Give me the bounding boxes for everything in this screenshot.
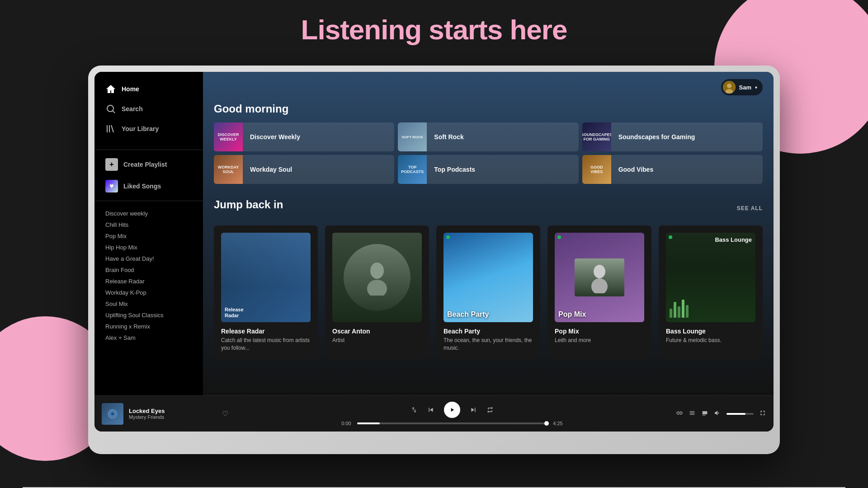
sidebar-item-search[interactable]: Search xyxy=(98,99,199,119)
library-label: Your Library xyxy=(122,125,159,132)
player-right-controls xyxy=(676,409,766,418)
playlist-item[interactable]: Discover weekly xyxy=(105,208,192,219)
workday-soul-name: Workday Soul xyxy=(243,166,299,173)
sidebar-item-library[interactable]: Your Library xyxy=(98,119,199,139)
see-all-button[interactable]: SEE ALL xyxy=(737,205,763,211)
sidebar-nav: Home Search xyxy=(94,79,203,139)
create-playlist-label: Create Playlist xyxy=(123,161,167,168)
play-pause-button[interactable] xyxy=(444,402,460,418)
time-current: 0:00 xyxy=(339,421,354,426)
chevron-down-icon: ▾ xyxy=(755,85,757,90)
top-bar: Sam ▾ xyxy=(203,72,774,103)
svg-point-8 xyxy=(367,280,387,296)
soundscapes-thumb: Soundscapesfor Gaming xyxy=(582,122,611,151)
track-artist: Mystery Friends xyxy=(129,414,217,420)
liked-songs-icon: ♥ xyxy=(105,180,118,192)
player-bar: Locked Eyes Mystery Friends ♡ xyxy=(94,395,774,432)
playlist-item[interactable]: Chill Hits xyxy=(105,220,192,230)
discover-weekly-name: Discover Weekly xyxy=(243,133,307,141)
playlist-item[interactable]: Brain Food xyxy=(105,265,192,275)
soft-rock-thumb: Soft Rock xyxy=(398,122,427,151)
sidebar: Home Search xyxy=(94,72,203,395)
liked-songs-label: Liked Songs xyxy=(123,183,161,190)
card-bass-lounge[interactable]: Bass Lounge Bass Lounge xyxy=(659,225,763,359)
user-menu[interactable]: Sam ▾ xyxy=(721,79,763,95)
quick-card-good-vibes[interactable]: GoodVibes Good Vibes xyxy=(582,155,763,184)
now-playing-thumb xyxy=(102,403,123,425)
playlist-list: Discover weekly Chill Hits Pop Mix Hip H… xyxy=(94,205,203,347)
soft-rock-name: Soft Rock xyxy=(427,133,471,141)
pop-mix-subtitle: Leith and more xyxy=(555,337,644,344)
discover-weekly-thumb: DiscoverWeekly xyxy=(214,122,243,151)
playlist-item[interactable]: Pop Mix xyxy=(105,231,192,241)
good-vibes-name: Good Vibes xyxy=(611,166,661,173)
next-button[interactable] xyxy=(469,406,477,414)
previous-button[interactable] xyxy=(427,406,435,414)
quick-card-workday-soul[interactable]: WorkdaySoul Workday Soul xyxy=(214,155,394,184)
beach-party-subtitle: The ocean, the sun, your friends, the mu… xyxy=(443,337,533,352)
sidebar-divider-2 xyxy=(94,201,203,201)
shuffle-button[interactable] xyxy=(410,406,418,413)
playlist-item[interactable]: Soul Mix xyxy=(105,299,192,309)
sidebar-item-home[interactable]: Home xyxy=(98,79,199,99)
volume-button[interactable] xyxy=(714,409,721,418)
app-layout: Home Search xyxy=(94,72,774,395)
svg-point-10 xyxy=(591,278,608,293)
repeat-button[interactable] xyxy=(486,406,494,413)
progress-bar: 0:00 4:25 xyxy=(339,421,565,426)
beach-party-image: Beach Party xyxy=(443,233,533,322)
quick-card-discover-weekly[interactable]: DiscoverWeekly Discover Weekly xyxy=(214,122,394,151)
svg-line-1 xyxy=(113,111,115,113)
like-button[interactable]: ♡ xyxy=(222,409,228,418)
playback-buttons xyxy=(410,402,494,418)
now-playing: Locked Eyes Mystery Friends ♡ xyxy=(102,403,228,425)
oscar-anton-title: Oscar Anton xyxy=(332,328,422,335)
quick-card-soft-rock[interactable]: Soft Rock Soft Rock xyxy=(398,122,578,151)
playlist-item[interactable]: Alex + Sam xyxy=(105,333,192,343)
devices-button[interactable] xyxy=(701,409,708,418)
avatar xyxy=(723,81,736,94)
library-icon xyxy=(105,123,116,134)
jump-back-title: Jump back in xyxy=(214,198,283,211)
workday-soul-thumb: WorkdaySoul xyxy=(214,155,243,184)
playlist-item[interactable]: Have a Great Day! xyxy=(105,253,192,264)
playlist-item[interactable]: Running x Remix xyxy=(105,321,192,332)
card-oscar-anton[interactable]: Oscar Anton Artist xyxy=(325,225,429,359)
queue-button[interactable] xyxy=(689,409,696,418)
svg-point-12 xyxy=(111,413,114,415)
laptop-screen: Home Search xyxy=(94,72,774,432)
release-radar-image: ReleaseRadar xyxy=(221,233,311,322)
pop-mix-title: Pop Mix xyxy=(555,328,644,335)
svg-point-7 xyxy=(370,263,384,279)
card-pop-mix[interactable]: Pop Mix Pop xyxy=(547,225,651,359)
playlist-item[interactable]: Workday K-Pop xyxy=(105,287,192,298)
playlist-item[interactable]: Release Radar xyxy=(105,276,192,286)
liked-songs-button[interactable]: ♥ Liked Songs xyxy=(94,175,203,197)
svg-point-0 xyxy=(107,105,113,112)
volume-track[interactable] xyxy=(726,413,754,415)
playlist-item[interactable]: Uplifting Soul Classics xyxy=(105,310,192,320)
good-vibes-thumb: GoodVibes xyxy=(582,155,611,184)
user-name: Sam xyxy=(739,84,751,91)
beach-party-title: Beach Party xyxy=(443,328,533,335)
top-podcasts-name: Top Podcasts xyxy=(427,166,482,173)
card-release-radar[interactable]: ReleaseRadar Release Radar Catch all the… xyxy=(214,225,318,359)
svg-point-5 xyxy=(727,84,731,88)
now-playing-info: Locked Eyes Mystery Friends xyxy=(129,408,217,420)
sidebar-divider-1 xyxy=(94,150,203,150)
progress-track[interactable] xyxy=(357,422,547,424)
create-playlist-button[interactable]: + Create Playlist xyxy=(94,154,203,175)
page-header: Listening starts here xyxy=(0,14,868,46)
connect-button[interactable] xyxy=(676,409,683,418)
oscar-anton-image xyxy=(332,233,422,322)
fullscreen-button[interactable] xyxy=(759,409,766,418)
spotify-dot-bass xyxy=(669,235,672,239)
quick-card-top-podcasts[interactable]: TopPodcasts Top Podcasts xyxy=(398,155,578,184)
playlist-item[interactable]: Hip Hop Mix xyxy=(105,242,192,253)
release-radar-title: Release Radar xyxy=(221,328,311,335)
track-title: Locked Eyes xyxy=(129,408,217,414)
pop-mix-image: Pop Mix xyxy=(555,233,644,322)
home-icon xyxy=(105,84,116,94)
quick-card-soundscapes[interactable]: Soundscapesfor Gaming Soundscapes for Ga… xyxy=(582,122,763,151)
card-beach-party[interactable]: Beach Party Beach Party The ocean, the s… xyxy=(436,225,540,359)
